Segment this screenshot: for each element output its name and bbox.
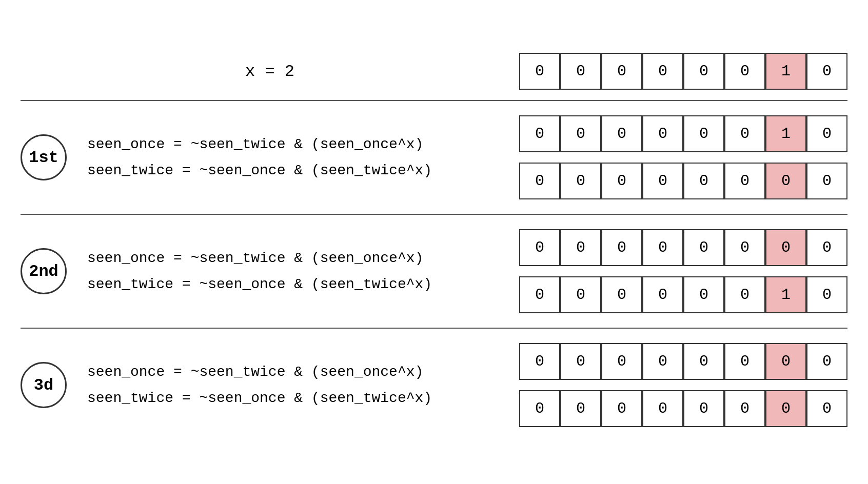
round-section-1: 2ndseen_once = ~seen_twice & (seen_once^… <box>21 215 847 328</box>
bit-cell: 0 <box>519 390 560 427</box>
bit-cell: 0 <box>642 276 683 313</box>
equation-2-1: seen_twice = ~seen_once & (seen_twice^x) <box>87 276 519 292</box>
bit-cell: 0 <box>642 229 683 266</box>
bit-cell: 0 <box>560 343 601 380</box>
bit-cell: 0 <box>724 53 765 90</box>
equations-col-1: seen_once = ~seen_twice & (seen_once^x)s… <box>77 250 519 292</box>
bit-cell: 0 <box>642 163 683 199</box>
bit-cell: 1 <box>765 276 806 313</box>
bit-cell: 0 <box>683 229 724 266</box>
bit-cell: 0 <box>683 276 724 313</box>
bit-cell: 0 <box>806 115 847 152</box>
arrays-pair-1: 0000000000000010 <box>519 229 847 313</box>
bit-cell: 0 <box>519 229 560 266</box>
bit-cell: 0 <box>642 343 683 380</box>
bit-cell: 0 <box>642 390 683 427</box>
bit-cell: 0 <box>519 276 560 313</box>
bit-cell: 0 <box>601 343 642 380</box>
bit-cell: 0 <box>806 229 847 266</box>
bit-cell: 0 <box>724 115 765 152</box>
bit-cell: 0 <box>724 343 765 380</box>
bit-cell: 0 <box>560 163 601 199</box>
bit-cell: 0 <box>765 343 806 380</box>
bit-array-2-1: 00000000 <box>519 390 847 427</box>
bit-cell: 0 <box>560 276 601 313</box>
bit-array-2-0: 00000000 <box>519 343 847 380</box>
bit-cell: 0 <box>765 390 806 427</box>
bit-cell: 0 <box>724 276 765 313</box>
bit-cell: 0 <box>806 390 847 427</box>
bit-cell: 0 <box>765 163 806 199</box>
bit-cell: 0 <box>642 53 683 90</box>
equation-1-2: seen_once = ~seen_twice & (seen_once^x) <box>87 364 519 380</box>
equation-1-1: seen_once = ~seen_twice & (seen_once^x) <box>87 250 519 266</box>
arrays-pair-0: 0000001000000000 <box>519 115 847 199</box>
equations-col-2: seen_once = ~seen_twice & (seen_once^x)s… <box>77 364 519 406</box>
bit-array-0-1: 00000000 <box>519 163 847 199</box>
bit-cell: 0 <box>601 53 642 90</box>
round-section-0: 1stseen_once = ~seen_twice & (seen_once^… <box>21 101 847 214</box>
bit-cell: 0 <box>683 343 724 380</box>
bit-cell: 0 <box>601 229 642 266</box>
bit-cell: 0 <box>519 163 560 199</box>
round-label-0: 1st <box>21 134 67 180</box>
bit-cell: 0 <box>560 229 601 266</box>
bit-cell: 0 <box>519 115 560 152</box>
bit-cell: 0 <box>683 390 724 427</box>
bit-cell: 0 <box>601 115 642 152</box>
bit-cell: 1 <box>765 53 806 90</box>
bit-cell: 0 <box>806 163 847 199</box>
bit-cell: 0 <box>806 343 847 380</box>
bit-cell: 0 <box>519 343 560 380</box>
bit-cell: 0 <box>642 115 683 152</box>
arrays-pair-2: 0000000000000000 <box>519 343 847 427</box>
equations-col-0: seen_once = ~seen_twice & (seen_once^x)s… <box>77 136 519 178</box>
header-section: x = 2 00000010 <box>21 43 847 100</box>
bit-cell: 0 <box>560 115 601 152</box>
equation-2-2: seen_twice = ~seen_once & (seen_twice^x) <box>87 390 519 406</box>
header-equation: x = 2 <box>21 62 519 81</box>
bit-cell: 0 <box>683 163 724 199</box>
bit-cell: 0 <box>560 53 601 90</box>
bit-array-0-0: 00000010 <box>519 115 847 152</box>
bit-cell: 0 <box>765 229 806 266</box>
bit-cell: 0 <box>806 53 847 90</box>
bit-cell: 0 <box>683 115 724 152</box>
bit-cell: 0 <box>519 53 560 90</box>
bit-cell: 0 <box>601 390 642 427</box>
round-label-2: 3d <box>21 362 67 408</box>
bit-cell: 0 <box>560 390 601 427</box>
header-label: x = 2 <box>245 62 294 81</box>
header-bit-array: 00000010 <box>519 53 847 90</box>
equation-2-0: seen_twice = ~seen_once & (seen_twice^x) <box>87 163 519 178</box>
bit-cell: 0 <box>806 276 847 313</box>
bit-cell: 0 <box>601 163 642 199</box>
bit-cell: 0 <box>683 53 724 90</box>
round-label-1: 2nd <box>21 248 67 294</box>
round-section-2: 3dseen_once = ~seen_twice & (seen_once^x… <box>21 329 847 441</box>
bit-array-1-0: 00000000 <box>519 229 847 266</box>
bit-cell: 0 <box>724 390 765 427</box>
bit-cell: 0 <box>724 163 765 199</box>
equation-1-0: seen_once = ~seen_twice & (seen_once^x) <box>87 136 519 152</box>
bit-cell: 1 <box>765 115 806 152</box>
bit-array-1-1: 00000010 <box>519 276 847 313</box>
bit-cell: 0 <box>724 229 765 266</box>
bit-cell: 0 <box>601 276 642 313</box>
